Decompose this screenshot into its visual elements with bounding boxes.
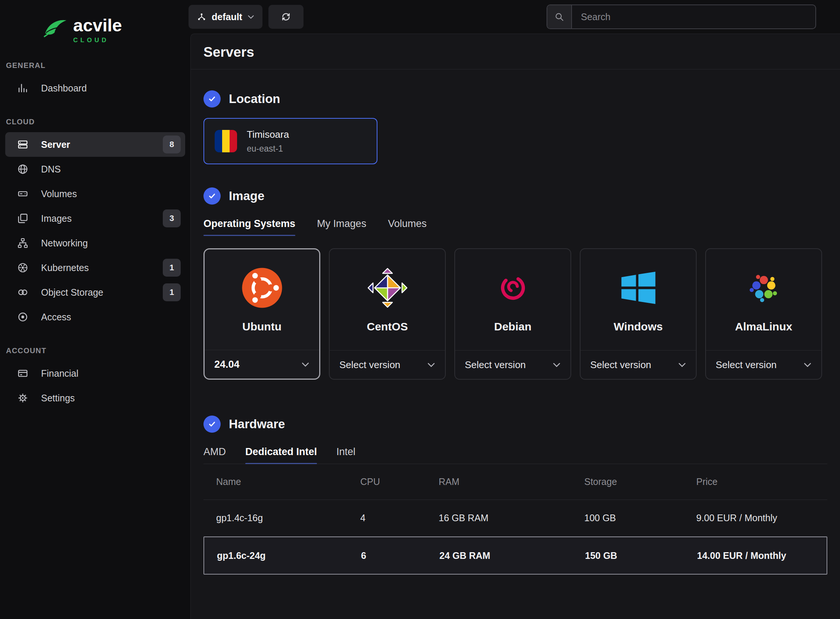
- images-icon: [16, 212, 29, 225]
- sidebar-item-images[interactable]: Images 3: [0, 206, 190, 231]
- version-label: Select version: [590, 359, 651, 371]
- os-card-grid: Ubuntu 24.04: [203, 248, 827, 380]
- search-icon[interactable]: [547, 5, 572, 28]
- chevron-down-icon: [301, 362, 309, 367]
- column-header-storage: Storage: [584, 476, 696, 487]
- location-section-title: Location: [229, 92, 280, 106]
- chevron-down-icon: [427, 362, 435, 367]
- sidebar-item-label: Access: [41, 312, 71, 323]
- cell-price: 9.00 EUR / Monthly: [696, 513, 815, 523]
- column-header-cpu: CPU: [360, 476, 439, 487]
- location-section-header: Location: [203, 90, 827, 108]
- sidebar-item-label: Object Storage: [41, 287, 103, 298]
- cell-name: gp1.4c-16g: [216, 513, 360, 523]
- sidebar-item-financial[interactable]: Financial: [0, 361, 190, 386]
- sidebar-item-kubernetes[interactable]: Kubernetes 1: [0, 256, 190, 280]
- location-region: eu-east-1: [247, 144, 289, 154]
- project-selector[interactable]: default: [188, 5, 263, 29]
- table-row-gp1-4c-16g[interactable]: gp1.4c-16g 4 16 GB RAM 100 GB 9.00 EUR /…: [203, 500, 827, 537]
- chevron-down-icon: [248, 15, 254, 19]
- os-card-ubuntu[interactable]: Ubuntu 24.04: [203, 248, 320, 380]
- server-icon: [16, 138, 29, 151]
- version-select-almalinux[interactable]: Select version: [706, 350, 821, 379]
- images-count-badge: 3: [163, 209, 181, 227]
- main-panel: Servers Location Timisoara eu-east-1 Ima…: [190, 34, 840, 619]
- check-icon: [203, 416, 221, 433]
- os-name: Debian: [494, 320, 531, 333]
- os-card-windows[interactable]: Windows Select version: [580, 248, 697, 380]
- sidebar-section-cloud: CLOUD: [6, 118, 190, 126]
- sidebar-item-label: Images: [41, 213, 72, 224]
- sidebar-item-settings[interactable]: Settings: [0, 386, 190, 410]
- sidebar-item-dns[interactable]: DNS: [0, 157, 190, 181]
- sidebar-section-general: GENERAL: [6, 61, 190, 70]
- project-selector-label: default: [212, 12, 242, 22]
- almalinux-logo-icon: [743, 266, 785, 309]
- location-city: Timisoara: [247, 129, 289, 141]
- tab-operating-systems[interactable]: Operating Systems: [203, 218, 295, 236]
- sidebar-item-label: Server: [41, 139, 70, 150]
- kubernetes-wheel-icon: [16, 261, 29, 274]
- cell-cpu: 4: [360, 513, 439, 523]
- sidebar-item-object-storage[interactable]: Object Storage 1: [0, 280, 190, 305]
- check-icon: [203, 187, 221, 205]
- cell-storage: 100 GB: [584, 513, 696, 523]
- os-name: Ubuntu: [242, 320, 281, 333]
- hardware-section-header: Hardware: [203, 416, 827, 433]
- hardware-table: Name CPU RAM Storage Price gp1.4c-16g 4 …: [203, 464, 827, 574]
- dashboard-icon: [16, 82, 29, 94]
- globe-icon: [16, 163, 29, 175]
- version-select-windows[interactable]: Select version: [580, 350, 696, 379]
- os-card-centos[interactable]: CentOS Select version: [329, 248, 446, 380]
- tab-intel[interactable]: Intel: [336, 446, 356, 464]
- column-header-price: Price: [696, 476, 815, 487]
- os-card-debian[interactable]: Debian Select version: [454, 248, 571, 380]
- cell-ram: 24 GB RAM: [439, 550, 585, 561]
- search-bar: [547, 4, 816, 29]
- version-select-debian[interactable]: Select version: [455, 350, 571, 379]
- sidebar-item-label: Kubernetes: [41, 262, 89, 273]
- sidebar-item-access[interactable]: Access: [0, 305, 190, 329]
- cell-name: gp1.6c-24g: [217, 550, 361, 561]
- os-name: AlmaLinux: [735, 320, 792, 333]
- table-row-gp1-6c-24g[interactable]: gp1.6c-24g 6 24 GB RAM 150 GB 14.00 EUR …: [203, 537, 827, 574]
- sidebar-item-server[interactable]: Server 8: [5, 132, 185, 157]
- tab-dedicated-intel[interactable]: Dedicated Intel: [245, 446, 317, 464]
- os-card-almalinux[interactable]: AlmaLinux Select version: [705, 248, 822, 380]
- tab-volumes[interactable]: Volumes: [388, 218, 427, 236]
- sidebar-item-label: Networking: [41, 238, 88, 249]
- debian-logo-icon: [492, 266, 534, 309]
- sidebar-item-volumes[interactable]: Volumes: [0, 181, 190, 206]
- topbar: default: [188, 0, 840, 34]
- sidebar: acvile CLOUD GENERAL Dashboard CLOUD Ser…: [0, 0, 190, 619]
- sidebar-item-dashboard[interactable]: Dashboard: [0, 76, 190, 100]
- os-name: CentOS: [367, 320, 408, 333]
- os-name: Windows: [614, 320, 663, 333]
- server-count-badge: 8: [163, 136, 181, 154]
- sidebar-section-account: ACCOUNT: [6, 347, 190, 355]
- page-title: Servers: [191, 34, 840, 69]
- drive-icon: [16, 187, 29, 200]
- image-tabs: Operating Systems My Images Volumes: [203, 218, 827, 236]
- object-storage-icon: [16, 286, 29, 299]
- version-select-ubuntu[interactable]: 24.04: [205, 350, 319, 378]
- refresh-button[interactable]: [268, 5, 303, 29]
- romania-flag-icon: [215, 130, 237, 153]
- chevron-down-icon: [803, 362, 812, 367]
- location-card-timisoara[interactable]: Timisoara eu-east-1: [203, 118, 377, 164]
- object-storage-count-badge: 1: [163, 283, 181, 301]
- search-input[interactable]: [572, 5, 815, 28]
- tab-amd[interactable]: AMD: [203, 446, 226, 464]
- sidebar-item-label: Settings: [41, 393, 75, 404]
- column-header-name: Name: [216, 476, 360, 487]
- credit-card-icon: [16, 367, 29, 380]
- kubernetes-count-badge: 1: [163, 259, 181, 277]
- cell-price: 14.00 EUR / Monthly: [697, 550, 814, 561]
- image-section-title: Image: [229, 189, 264, 203]
- target-icon: [16, 311, 29, 323]
- version-select-centos[interactable]: Select version: [330, 350, 445, 379]
- sidebar-item-networking[interactable]: Networking: [0, 231, 190, 256]
- image-section-header: Image: [203, 187, 827, 205]
- leaf-logo-icon: [43, 16, 68, 37]
- tab-my-images[interactable]: My Images: [317, 218, 366, 236]
